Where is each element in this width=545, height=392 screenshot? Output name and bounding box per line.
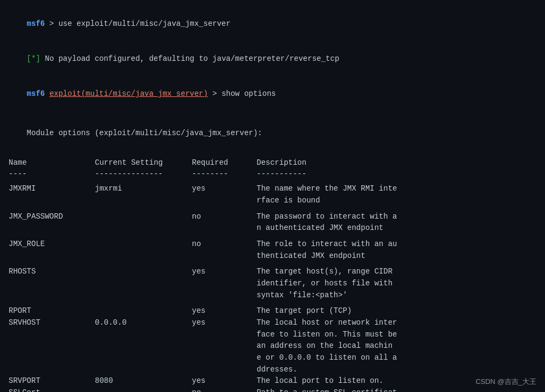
watermark: CSDN @吉吉_大王: [475, 377, 536, 387]
row-jmxrmi-cont: rface is bound: [9, 195, 536, 207]
star-bracket: [*]: [27, 54, 40, 63]
row-srvport: SRVPORT 8080 yes The local port to liste…: [9, 375, 536, 387]
row-sslcert: SSLCert no Path to a custom SSL certific…: [9, 387, 536, 392]
row-rhosts: RHOSTS yes The target host(s), range CID…: [9, 266, 536, 278]
ul-required: --------: [192, 169, 257, 179]
row-srvhost-cont4: ddresses.: [9, 364, 536, 376]
row-jmx-role-cont: thenticated JMX endpoint: [9, 250, 536, 262]
warning-text: No payload configured, defaulting to jav…: [40, 54, 340, 63]
module-options-header: Module options (exploit/multi/misc/java_…: [9, 116, 536, 151]
row-srvhost: SRVHOST 0.0.0.0 yes The local host or ne…: [9, 317, 536, 329]
table-underline-row: ---- --------------- -------- ----------…: [9, 169, 536, 179]
command-line-1: msf6 > use exploit/multi/misc/java_jmx_s…: [9, 6, 536, 41]
row-jmx-password-cont: n authenticated JMX endpoint: [9, 222, 536, 234]
col-header-required: Required: [192, 157, 257, 169]
ul-name: ----: [9, 169, 95, 179]
prompt-3: msf6: [27, 89, 45, 98]
prompt-1: msf6: [27, 19, 45, 28]
cmd-3-space: [45, 89, 49, 98]
ul-setting: ---------------: [95, 169, 192, 179]
options-table: Name Current Setting Required Descriptio…: [9, 157, 536, 392]
exploit-module-name: exploit(multi/misc/java_jmx_server): [50, 89, 208, 98]
col-header-desc: Description: [257, 157, 536, 169]
ul-desc: -----------: [257, 169, 536, 179]
row-jmxrmi: JMXRMI jmxrmi yes The name where the JMX…: [9, 183, 536, 195]
row-srvhost-cont1: face to listen on. This must be: [9, 329, 536, 341]
row-srvhost-cont2: an address on the local machin: [9, 340, 536, 352]
terminal: msf6 > use exploit/multi/misc/java_jmx_s…: [0, 0, 545, 392]
col-header-setting: Current Setting: [95, 157, 192, 169]
payload-warning-line: [*] No payload configured, defaulting to…: [9, 41, 536, 76]
command-line-3: msf6 exploit(multi/misc/java_jmx_server)…: [9, 76, 536, 111]
row-rport: RPORT yes The target port (TCP): [9, 305, 536, 317]
row-jmx-role: JMX_ROLE no The role to interact with an…: [9, 239, 536, 250]
row-jmx-password: JMX_PASSWORD no The password to interact…: [9, 211, 536, 223]
row-srvhost-cont3: e or 0.0.0.0 to listen on all a: [9, 352, 536, 364]
row-rhosts-cont1: identifier, or hosts file with: [9, 278, 536, 290]
col-header-name: Name: [9, 157, 95, 169]
table-header-row: Name Current Setting Required Descriptio…: [9, 157, 536, 169]
row-rhosts-cont2: syntax 'file:<path>': [9, 290, 536, 302]
cmd-1-text: > use exploit/multi/misc/java_jmx_server: [45, 19, 230, 28]
cmd-3-rest: > show options: [208, 89, 276, 98]
